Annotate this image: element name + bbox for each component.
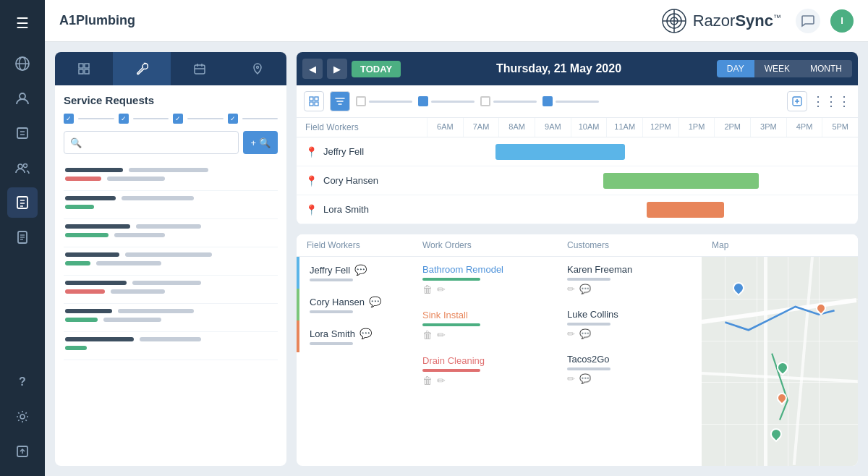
svg-rect-28 [85, 69, 89, 74]
wo-actions-jeffry: 🗑 ✏ [422, 284, 547, 295]
filter-check-cal-2[interactable] [542, 96, 553, 106]
gantt-bar-lora[interactable] [647, 202, 724, 218]
header-actions: I [781, 9, 854, 33]
wo-delete-lora[interactable]: 🗑 [422, 375, 433, 386]
left-panel: Service Requests 🔍 [55, 52, 286, 466]
table-cell-cust-lora: Tacos2Go ✏ 💬 [557, 347, 702, 391]
time-7am: 7AM [463, 118, 499, 137]
map-view[interactable] [702, 257, 858, 466]
col-header-field-workers: Field Workers [297, 234, 412, 256]
gantt-timeline-jeffry[interactable] [427, 137, 858, 166]
cust-name-jeffry: Karen Freeman [567, 264, 692, 275]
filter-empty-check-2[interactable] [480, 96, 490, 106]
gantt-timeline-lora[interactable] [427, 195, 858, 224]
filter-bar-3 [493, 101, 537, 103]
sidebar-item-contacts[interactable] [7, 153, 38, 183]
filter-check-3[interactable] [173, 114, 183, 124]
filter-check-cal-1[interactable] [418, 96, 428, 106]
sidebar-item-help[interactable]: ? [7, 367, 38, 397]
worker-row-lora: Lora Smith 💬 [310, 328, 402, 339]
cal-more-menu[interactable]: ⋮⋮⋮ [812, 93, 851, 109]
cal-prev-button[interactable]: ◀ [302, 59, 323, 79]
tab-map[interactable] [229, 52, 286, 85]
worker-chat-jeffry[interactable]: 💬 [354, 264, 367, 276]
sr-line-dark [65, 337, 134, 341]
cal-view-month[interactable]: MONTH [800, 60, 852, 77]
worker-chat-cory[interactable]: 💬 [369, 296, 381, 307]
right-panel: ◀ ▶ TODAY Thursday, 21 May 2020 DAY WEEK… [297, 52, 858, 466]
gantt-timeline-cory[interactable] [427, 166, 858, 195]
wo-edit-cory[interactable]: ✏ [437, 329, 446, 341]
filter-line-1 [78, 118, 114, 119]
gantt-worker-name-lora: Lora Smith [323, 204, 369, 215]
sidebar-item-settings[interactable] [7, 401, 38, 432]
search-button[interactable]: + 🔍 [243, 131, 278, 154]
sidebar-item-upload[interactable] [7, 436, 38, 467]
table-body: Jeffry Fell 💬 Cory Hansen 💬 [297, 257, 858, 466]
chat-button[interactable] [796, 9, 820, 33]
cust-chat-lora[interactable]: 💬 [579, 373, 591, 384]
gantt-bar-cory[interactable] [603, 173, 759, 189]
tab-wrench[interactable] [113, 52, 171, 85]
filter-bar-2 [431, 101, 475, 103]
gantt-bar-jeffry[interactable] [495, 144, 625, 160]
logo-icon [660, 8, 689, 34]
sidebar-item-tasks[interactable] [7, 118, 38, 148]
wo-edit-lora[interactable]: ✏ [437, 375, 446, 386]
filter-row [64, 114, 278, 124]
wo-actions-cory: 🗑 ✏ [422, 329, 547, 341]
time-8am: 8AM [498, 118, 535, 137]
filter-empty-check-1[interactable] [356, 96, 366, 106]
user-avatar[interactable]: I [830, 9, 854, 33]
cust-chat-jeffry[interactable]: 💬 [579, 284, 591, 294]
sr-line-red [65, 289, 105, 294]
cal-grid-button[interactable] [304, 91, 324, 111]
filter-check-1[interactable] [64, 114, 74, 124]
calendar-view-buttons: DAY WEEK MONTH [717, 60, 852, 77]
worker-name-cory: Cory Hansen [310, 297, 365, 307]
filter-check-2[interactable] [119, 114, 129, 124]
gantt-time-cols: 6AM 7AM 8AM 9AM 10AM 11AM 12PM 1PM 2PM 3… [427, 118, 858, 137]
gantt-label-jeffry: 📍 Jeffry Fell [297, 146, 427, 158]
col-header-work-orders: Work Orders [412, 234, 557, 256]
svg-point-33 [257, 67, 259, 69]
sidebar-item-user[interactable] [7, 83, 38, 114]
cal-add-button[interactable] [787, 91, 807, 111]
sidebar-item-reports[interactable] [7, 187, 38, 218]
cust-edit-jeffry[interactable]: ✏ [567, 284, 575, 294]
cal-view-week[interactable]: WEEK [754, 60, 800, 77]
time-1pm: 1PM [678, 118, 715, 137]
menu-icon[interactable]: ☰ [9, 7, 36, 39]
list-item [64, 191, 278, 219]
time-2pm: 2PM [714, 118, 750, 137]
sr-line-dark [65, 252, 119, 257]
table-cell-worker-lora: Lora Smith 💬 [297, 320, 412, 352]
cal-filter-button[interactable] [330, 91, 350, 111]
wo-delete-jeffry[interactable]: 🗑 [422, 284, 433, 295]
sr-line-dark [65, 281, 127, 285]
cal-today-button[interactable]: TODAY [352, 61, 401, 77]
cust-edit-cory[interactable]: ✏ [567, 328, 575, 339]
sr-line-gray [103, 318, 161, 322]
tab-grid[interactable] [55, 52, 113, 85]
wo-title-jeffry: Bathroom Remodel [422, 264, 547, 275]
gantt-row-jeffry: 📍 Jeffry Fell [297, 137, 858, 166]
wo-delete-cory[interactable]: 🗑 [422, 329, 433, 341]
cust-chat-cory[interactable]: 💬 [579, 328, 591, 339]
search-input-wrap[interactable]: 🔍 [64, 131, 239, 154]
worker-line-cory [310, 310, 353, 313]
worker-chat-lora[interactable]: 💬 [359, 328, 372, 339]
search-icon: 🔍 [70, 137, 82, 148]
filter-check-4[interactable] [228, 114, 238, 124]
sidebar-item-documents[interactable] [7, 222, 38, 252]
wo-edit-jeffry[interactable]: ✏ [437, 284, 446, 295]
list-item [64, 247, 278, 276]
cust-edit-lora[interactable]: ✏ [567, 373, 575, 384]
cal-next-button[interactable]: ▶ [327, 59, 347, 79]
sidebar-item-globe[interactable] [7, 48, 38, 79]
col-header-customers: Customers [557, 234, 702, 256]
table-cell-worker-jeffry: Jeffry Fell 💬 [297, 257, 412, 289]
cal-view-day[interactable]: DAY [717, 60, 754, 77]
tab-calendar[interactable] [171, 52, 229, 85]
list-item [64, 163, 278, 191]
